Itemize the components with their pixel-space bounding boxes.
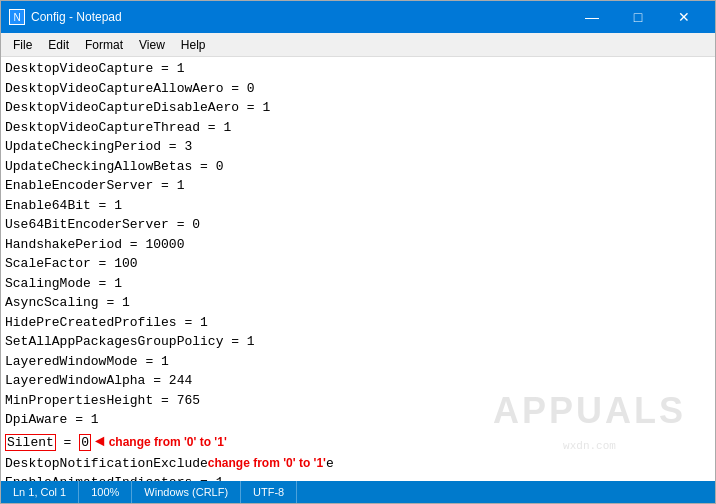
menu-bar: File Edit Format View Help — [1, 33, 715, 57]
list-item: DesktopVideoCaptureThread = 1 — [5, 118, 711, 138]
menu-edit[interactable]: Edit — [40, 36, 77, 54]
list-item: DesktopNotificationExcludechange from '0… — [5, 454, 711, 474]
menu-view[interactable]: View — [131, 36, 173, 54]
close-button[interactable]: ✕ — [661, 5, 707, 29]
menu-file[interactable]: File — [5, 36, 40, 54]
title-bar-controls: — □ ✕ — [569, 5, 707, 29]
list-item: ScaleFactor = 100 — [5, 254, 711, 274]
menu-format[interactable]: Format — [77, 36, 131, 54]
list-item: Use64BitEncoderServer = 0 — [5, 215, 711, 235]
silent-line: Silent = 0◄change from '0' to '1' — [5, 430, 711, 454]
status-zoom: 100% — [79, 481, 132, 503]
list-item: LayeredWindowAlpha = 244 — [5, 371, 711, 391]
red-arrow-icon: ◄ — [95, 433, 105, 451]
list-item: DesktopVideoCaptureDisableAero = 1 — [5, 98, 711, 118]
change-annotation: change from '0' to '1' — [109, 435, 227, 449]
minimize-button[interactable]: — — [569, 5, 615, 29]
status-position: Ln 1, Col 1 — [1, 481, 79, 503]
list-item: AsyncScaling = 1 — [5, 293, 711, 313]
text-editor[interactable]: DesktopVideoCapture = 1 DesktopVideoCapt… — [1, 57, 715, 481]
list-item: DesktopVideoCapture = 1 — [5, 59, 711, 79]
list-item: HandshakePeriod = 10000 — [5, 235, 711, 255]
silent-key-label: Silent — [5, 434, 56, 451]
content-area: DesktopVideoCapture = 1 DesktopVideoCapt… — [1, 57, 715, 481]
list-item: LayeredWindowMode = 1 — [5, 352, 711, 372]
svg-text:N: N — [13, 12, 20, 23]
title-bar-left: N Config - Notepad — [9, 9, 122, 25]
list-item: MinPropertiesHeight = 765 — [5, 391, 711, 411]
status-bar: Ln 1, Col 1 100% Windows (CRLF) UTF-8 — [1, 481, 715, 503]
list-item: UpdateCheckingAllowBetas = 0 — [5, 157, 711, 177]
list-item: ScalingMode = 1 — [5, 274, 711, 294]
maximize-button[interactable]: □ — [615, 5, 661, 29]
list-item: EnableAnimatedIndicators = 1 — [5, 473, 711, 481]
list-item: SetAllAppPackagesGroupPolicy = 1 — [5, 332, 711, 352]
window-title: Config - Notepad — [31, 10, 122, 24]
list-item: HidePreCreatedProfiles = 1 — [5, 313, 711, 333]
window: N Config - Notepad — □ ✕ File Edit Forma… — [0, 0, 716, 504]
app-icon: N — [9, 9, 25, 25]
list-item: UpdateCheckingPeriod = 3 — [5, 137, 711, 157]
list-item: DpiAware = 1 — [5, 410, 711, 430]
status-encoding: UTF-8 — [241, 481, 297, 503]
list-item: DesktopVideoCaptureAllowAero = 0 — [5, 79, 711, 99]
silent-eq: = — [56, 435, 79, 450]
title-bar: N Config - Notepad — □ ✕ — [1, 1, 715, 33]
silent-value: 0 — [79, 434, 91, 451]
status-line-ending: Windows (CRLF) — [132, 481, 241, 503]
menu-help[interactable]: Help — [173, 36, 214, 54]
list-item: EnableEncoderServer = 1 — [5, 176, 711, 196]
list-item: Enable64Bit = 1 — [5, 196, 711, 216]
